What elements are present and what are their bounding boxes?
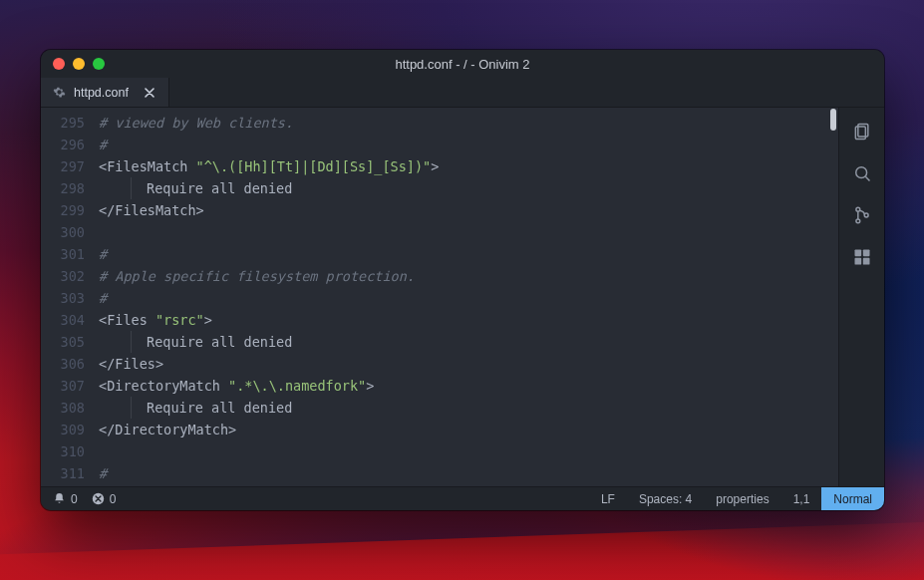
svg-rect-8 (862, 250, 869, 257)
window-title: httpd.conf - / - Onivim 2 (41, 57, 884, 72)
code-line: # (99, 462, 838, 484)
editor-window: httpd.conf - / - Onivim 2 httpd.conf 295… (41, 50, 884, 510)
source-control-icon[interactable] (852, 205, 872, 225)
code-line: <DirectoryMatch ".*\.\.namedfork"> (99, 375, 838, 397)
line-number: 296 (41, 134, 85, 155)
svg-rect-9 (854, 258, 861, 265)
svg-rect-7 (854, 250, 861, 257)
status-bar: 0 0 LF Spaces: 4 properties 1,1 Normal (41, 486, 884, 510)
search-icon[interactable] (852, 163, 872, 183)
line-number: 311 (41, 462, 85, 484)
code-line: Require all denied (99, 177, 838, 199)
gear-icon (53, 86, 66, 99)
code-line: # (99, 287, 838, 309)
code-line (99, 221, 838, 243)
status-position[interactable]: 1,1 (781, 487, 822, 511)
line-number: 301 (41, 243, 85, 265)
code-line: Require all denied (99, 331, 838, 353)
line-number: 305 (41, 331, 85, 353)
code-line: # Apple specific filesystem protection. (99, 265, 838, 287)
tab-label: httpd.conf (74, 86, 129, 100)
activity-bar (838, 108, 884, 486)
window-minimize-button[interactable] (73, 58, 85, 70)
line-number: 309 (41, 419, 85, 440)
line-number: 308 (41, 397, 85, 419)
line-number: 297 (41, 155, 85, 177)
status-notifications[interactable]: 0 (53, 492, 78, 506)
window-close-button[interactable] (53, 58, 65, 70)
tab-httpd-conf[interactable]: httpd.conf (41, 78, 169, 107)
status-indent[interactable]: Spaces: 4 (627, 487, 704, 511)
svg-point-4 (855, 207, 859, 211)
tab-bar: httpd.conf (41, 78, 884, 108)
line-number: 299 (41, 199, 85, 221)
window-zoom-button[interactable] (93, 58, 105, 70)
line-number: 295 (41, 112, 85, 134)
svg-line-3 (865, 176, 869, 180)
code-line (99, 440, 838, 462)
line-number: 302 (41, 265, 85, 287)
code-line: Require all denied (99, 397, 838, 419)
bell-icon (53, 492, 66, 505)
line-number: 298 (41, 177, 85, 199)
code-content: # viewed by Web clients.#<FilesMatch "^\… (99, 112, 838, 486)
extensions-icon[interactable] (852, 247, 872, 267)
status-filetype[interactable]: properties (704, 487, 780, 511)
status-eol[interactable]: LF (589, 487, 627, 511)
line-number: 303 (41, 287, 85, 309)
code-line: </DirectoryMatch> (99, 419, 838, 440)
vertical-scrollbar[interactable] (828, 108, 838, 486)
close-icon (145, 88, 154, 98)
scrollbar-thumb[interactable] (830, 109, 836, 131)
svg-point-2 (855, 167, 866, 178)
code-line: </FilesMatch> (99, 199, 838, 221)
svg-point-5 (855, 219, 859, 223)
code-line: </Files> (99, 353, 838, 375)
line-number: 306 (41, 353, 85, 375)
line-number: 300 (41, 221, 85, 243)
svg-rect-10 (862, 258, 869, 265)
line-number: 304 (41, 309, 85, 331)
code-line: # (99, 243, 838, 265)
code-line: # viewed by Web clients. (99, 112, 838, 134)
code-editor[interactable]: 2952962972982993003013023033043053063073… (41, 108, 838, 486)
tab-close-button[interactable] (141, 84, 158, 102)
status-errors[interactable]: 0 (92, 492, 117, 506)
status-mode[interactable]: Normal (821, 487, 884, 511)
code-line: <Files "rsrc"> (99, 309, 838, 331)
titlebar[interactable]: httpd.conf - / - Onivim 2 (41, 50, 884, 78)
line-number: 310 (41, 440, 85, 462)
code-line: <FilesMatch "^\.([Hh][Tt]|[Dd][Ss]_[Ss])… (99, 155, 838, 177)
error-icon (92, 492, 105, 505)
line-number-gutter: 2952962972982993003013023033043053063073… (41, 112, 99, 486)
code-line: # (99, 134, 838, 155)
files-icon[interactable] (852, 122, 872, 142)
line-number: 307 (41, 375, 85, 397)
